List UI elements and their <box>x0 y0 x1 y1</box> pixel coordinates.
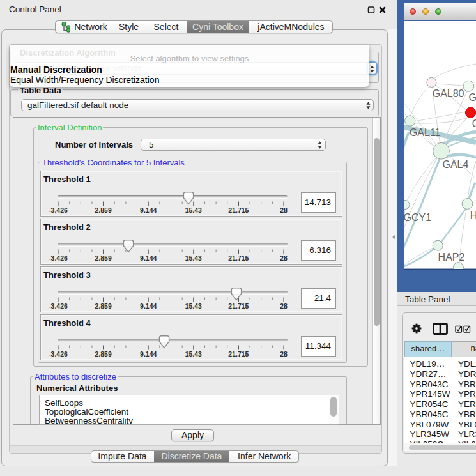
svg-text:C: C <box>472 118 476 129</box>
svg-text:H: H <box>470 210 476 221</box>
svg-text:GAL4: GAL4 <box>443 159 469 170</box>
svg-text:GAL11: GAL11 <box>410 127 441 138</box>
svg-text:GCY1: GCY1 <box>404 212 431 223</box>
svg-text:HAP2: HAP2 <box>438 252 465 263</box>
svg-text:GA: GA <box>469 92 476 103</box>
svg-text:GAL80: GAL80 <box>433 88 464 99</box>
